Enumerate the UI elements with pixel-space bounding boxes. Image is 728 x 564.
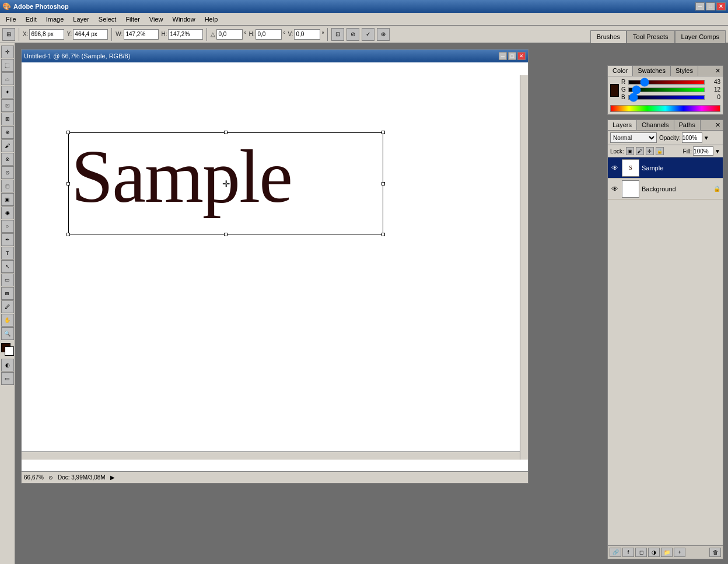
blur-tool[interactable]: ◉	[1, 206, 14, 219]
cancel-transform-icon[interactable]: ⊘	[346, 28, 359, 41]
b-slider[interactable]	[628, 95, 705, 100]
r-slider[interactable]	[628, 80, 705, 85]
history-tool[interactable]: ⊙	[1, 166, 14, 179]
lock-position[interactable]: ✛	[646, 147, 654, 155]
slice-tool[interactable]: ⊠	[1, 113, 14, 125]
eyedropper-tool[interactable]: 🖉	[1, 300, 14, 313]
foreground-color[interactable]	[1, 343, 14, 356]
menu-file[interactable]: File	[1, 15, 21, 24]
foreground-swatch[interactable]	[610, 84, 619, 97]
handle-bl[interactable]	[66, 233, 70, 236]
tab-layer-comps[interactable]: Layer Comps	[675, 30, 726, 43]
marquee-tool[interactable]: ⬚	[1, 59, 14, 72]
fill-input[interactable]	[693, 146, 713, 156]
menu-help[interactable]: Help	[200, 15, 223, 24]
eraser-tool[interactable]: ◻	[1, 180, 14, 192]
layers-spacer	[608, 199, 723, 545]
opacity-input[interactable]	[682, 132, 702, 143]
handle-bc[interactable]	[224, 233, 228, 236]
text-tool[interactable]: T	[1, 247, 14, 260]
lock-pixels[interactable]: 🖌	[636, 147, 644, 155]
handle-tr[interactable]	[382, 131, 385, 134]
scrollbar-vertical[interactable]	[520, 75, 528, 460]
layer-item-sample[interactable]: 👁 S Sample	[608, 157, 723, 178]
x-input[interactable]	[29, 29, 64, 40]
lock-transparency[interactable]: ▣	[626, 147, 634, 155]
menu-view[interactable]: View	[145, 15, 168, 24]
doc-title: Untitled-1 @ 66,7% (Sample, RGB/8)	[24, 52, 130, 59]
g-slider[interactable]	[628, 87, 705, 92]
doc-close[interactable]: ✕	[517, 52, 526, 60]
tab-color[interactable]: Color	[608, 66, 633, 76]
layer-eye-sample[interactable]: 👁	[610, 163, 620, 173]
sample-text-container[interactable]: Sample ✛	[68, 132, 383, 234]
h-skew-input[interactable]	[256, 29, 282, 40]
menu-edit[interactable]: Edit	[21, 15, 41, 24]
handle-tl[interactable]	[66, 131, 70, 134]
scrollbar-horizontal[interactable]	[22, 451, 520, 460]
layers-panel-close[interactable]: ✕	[713, 120, 723, 130]
maximize-button[interactable]: □	[706, 2, 715, 10]
layer-item-background[interactable]: 👁 Background 🔒	[608, 178, 723, 199]
menu-select[interactable]: Select	[94, 15, 121, 24]
doc-minimize[interactable]: ─	[499, 52, 507, 60]
tab-channels[interactable]: Channels	[637, 120, 674, 130]
new-layer-btn[interactable]: +	[674, 548, 685, 557]
angle-input[interactable]	[216, 29, 243, 40]
minimize-button[interactable]: ─	[695, 2, 705, 10]
color-spectrum[interactable]	[610, 105, 720, 112]
w-input[interactable]	[124, 29, 159, 40]
color-panel-close[interactable]: ✕	[713, 66, 723, 76]
v-skew-input[interactable]	[294, 29, 320, 40]
clone-tool[interactable]: ⊗	[1, 153, 14, 166]
menu-image[interactable]: Image	[41, 15, 69, 24]
warp-icon[interactable]: ⊡	[331, 28, 344, 41]
delete-layer-btn[interactable]: 🗑	[709, 548, 721, 557]
gradient-tool[interactable]: ▣	[1, 193, 14, 206]
tab-styles[interactable]: Styles	[671, 66, 698, 76]
screen-mode-btn[interactable]: ▭	[1, 372, 14, 385]
crop-tool[interactable]: ⊡	[1, 99, 14, 112]
pen-tool[interactable]: ✒	[1, 233, 14, 246]
path-select-tool[interactable]: ↖	[1, 260, 14, 273]
menu-window[interactable]: Window	[168, 15, 200, 24]
tab-tool-presets[interactable]: Tool Presets	[626, 30, 675, 43]
tab-brushes[interactable]: Brushes	[590, 30, 626, 43]
layer-eye-background[interactable]: 👁	[610, 184, 620, 194]
handle-ml[interactable]	[66, 182, 70, 185]
shape-tool[interactable]: ▭	[1, 274, 14, 286]
zoom-tool[interactable]: 🔍	[1, 327, 14, 340]
lasso-tool[interactable]: ⌓	[1, 72, 14, 85]
lock-all[interactable]: 🔒	[656, 147, 664, 155]
handle-mr[interactable]	[382, 182, 385, 185]
doc-maximize[interactable]: □	[508, 52, 516, 60]
extra-icon[interactable]: ⊛	[377, 28, 390, 41]
magic-wand-tool[interactable]: ✦	[1, 86, 14, 99]
layer-group-btn[interactable]: 📁	[661, 548, 673, 557]
y-input[interactable]	[73, 29, 108, 40]
tab-layers[interactable]: Layers	[608, 120, 637, 130]
layer-style-btn[interactable]: f	[622, 548, 634, 557]
link-layers-btn[interactable]: 🔗	[610, 548, 621, 557]
opacity-arrow[interactable]: ▼	[704, 135, 709, 141]
layer-mask-btn[interactable]: ◻	[635, 548, 647, 557]
menu-filter[interactable]: Filter	[121, 15, 144, 24]
tab-swatches[interactable]: Swatches	[633, 66, 671, 76]
nav-icon: ⊙	[48, 475, 53, 481]
menu-layer[interactable]: Layer	[68, 15, 94, 24]
dodge-tool[interactable]: ○	[1, 220, 14, 233]
brush-tool[interactable]: 🖌	[1, 139, 14, 152]
confirm-transform-icon[interactable]: ✓	[362, 28, 374, 41]
fill-arrow[interactable]: ▼	[715, 148, 720, 155]
heal-tool[interactable]: ⊕	[1, 126, 14, 139]
adjustment-layer-btn[interactable]: ◑	[648, 548, 660, 557]
notes-tool[interactable]: 🗉	[1, 287, 14, 300]
hand-tool[interactable]: ✋	[1, 314, 14, 327]
blend-mode-select[interactable]: Normal	[610, 132, 657, 143]
h-input[interactable]	[168, 29, 203, 40]
quick-mask-btn[interactable]: ◐	[1, 359, 14, 372]
tab-paths[interactable]: Paths	[674, 120, 701, 130]
close-button[interactable]: ✕	[716, 2, 726, 10]
handle-br[interactable]	[382, 233, 385, 236]
move-tool[interactable]: ✛	[1, 45, 14, 58]
